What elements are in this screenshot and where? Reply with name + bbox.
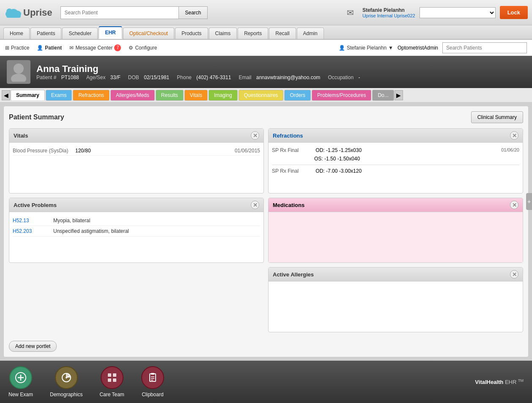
sub-nav-patient[interactable]: 👤 Patient — [37, 45, 62, 51]
patient-number: PT1088 — [61, 75, 79, 80]
add-portlet-container: Add new portlet — [9, 337, 523, 352]
tab-recall[interactable]: Recall — [269, 28, 296, 39]
ehr-tab-refractions[interactable]: Refractions — [73, 90, 110, 101]
sub-nav-practice[interactable]: ⊞ Practice — [5, 45, 29, 51]
medications-close-button[interactable]: ✕ — [510, 201, 518, 209]
sub-user-info: 👤 Stefanie Pielanhn ▼ — [339, 45, 393, 51]
patient-age-sex: 33/F — [110, 75, 121, 80]
user-name: Stefanie Pielanhn — [362, 7, 415, 13]
nav-tabs: Home Patients Scheduler EHR Optical/Chec… — [0, 25, 532, 40]
search-patients-input[interactable] — [442, 42, 527, 53]
active-allergies-close-button[interactable]: ✕ — [510, 270, 518, 279]
patient-occupation-label: Occupation — [328, 75, 354, 80]
care-team-icon-circle — [101, 366, 123, 389]
bottom-bar: New Exam Demographics Care Team — [0, 361, 532, 403]
ehr-tabs-prev[interactable]: ◀ — [2, 90, 10, 100]
ehr-tab-questionnaires[interactable]: Questionnaires — [239, 90, 284, 101]
active-problems-portlet-body: H52.13 Myopia, bilateral H52.203 Unspeci… — [9, 212, 263, 262]
ehr-tab-problems[interactable]: Problems/Procedures — [312, 90, 371, 101]
demographics-action[interactable]: Demographics — [50, 366, 82, 397]
user-dropdown[interactable] — [420, 7, 496, 18]
new-exam-action[interactable]: New Exam — [8, 366, 33, 397]
clipboard-icon-circle — [141, 366, 164, 389]
ehr-tab-exams[interactable]: Exams — [46, 90, 72, 101]
sub-user-name: Stefanie Pielanhn — [347, 45, 387, 51]
ehr-tab-imaging[interactable]: Imaging — [208, 90, 238, 101]
configure-label: Configure — [135, 45, 157, 51]
tab-patients[interactable]: Patients — [30, 28, 61, 39]
active-allergies-portlet: Active Allergies ✕ — [268, 267, 523, 332]
sub-nav-configure[interactable]: ⚙ Configure — [129, 45, 157, 51]
tab-admin[interactable]: Admin — [297, 28, 324, 39]
add-portlet-button[interactable]: Add new portlet — [9, 341, 57, 352]
tab-ehr[interactable]: EHR — [99, 26, 122, 39]
search-patient-input[interactable] — [60, 6, 179, 19]
vitals-close-button[interactable]: ✕ — [251, 131, 259, 140]
sub-header-right: 👤 Stefanie Pielanhn ▼ OptometristAdmin — [339, 42, 527, 53]
brand-name: Uprise — [23, 7, 52, 18]
svg-rect-17 — [113, 378, 116, 382]
svg-point-4 — [6, 8, 12, 14]
logo: Uprise — [4, 6, 52, 19]
refraction-od-2: OD: -7.00 -3.00x120 — [315, 168, 362, 174]
vitals-label: Blood Pressure (SysDia) — [13, 148, 72, 154]
problem-row-1: H52.13 Myopia, bilateral — [13, 215, 260, 226]
patient-summary-title: Patient Summary — [9, 113, 64, 121]
tab-products[interactable]: Products — [175, 28, 208, 39]
message-center-label: Message Center — [75, 45, 112, 51]
tab-scheduler[interactable]: Scheduler — [62, 28, 98, 39]
active-allergies-title: Active Allergies — [273, 271, 314, 278]
user-info: Stefanie Pielanhn Uprise Internal Uprise… — [362, 7, 415, 18]
ehr-tab-orders[interactable]: Orders — [284, 90, 311, 101]
chevron-icon: ▼ — [388, 45, 393, 51]
ehr-tab-results[interactable]: Results — [156, 90, 184, 101]
message-icon: ✉ — [69, 45, 74, 51]
clipboard-action[interactable]: Clipboard — [141, 366, 164, 397]
active-problems-close-button[interactable]: ✕ — [251, 201, 259, 209]
svg-rect-3 — [6, 14, 21, 18]
refraction-os-value-1: OS: -1.50 -1.50x040 — [314, 156, 360, 162]
tab-home[interactable]: Home — [3, 28, 30, 39]
svg-point-5 — [14, 63, 24, 74]
refractions-close-button[interactable]: ✕ — [510, 131, 518, 140]
ehr-tab-documents[interactable]: Do... — [372, 90, 394, 101]
care-team-action[interactable]: Care Team — [99, 366, 124, 397]
sub-header: ⊞ Practice 👤 Patient ✉ Message Center 7 … — [0, 40, 532, 56]
tab-reports[interactable]: Reports — [238, 28, 268, 39]
right-expand-button[interactable]: + — [526, 193, 532, 210]
tab-claims[interactable]: Claims — [209, 28, 237, 39]
practice-label: Practice — [11, 45, 29, 51]
care-team-icon — [106, 372, 118, 384]
vital-health-brand: VitalHealth EHR TM — [475, 378, 524, 385]
new-exam-label: New Exam — [8, 392, 33, 397]
problem-desc-1: Myopia, bilateral — [53, 218, 90, 224]
refraction-os-1: OS: -1.50 -1.50x040 — [314, 155, 519, 163]
patient-header: Anna Training Patient # PT1088 Age/Sex 3… — [0, 56, 532, 88]
lock-button[interactable]: Lock — [500, 6, 528, 19]
clinical-summary-button[interactable]: Clinical Summary — [471, 111, 523, 123]
search-button[interactable]: Search — [179, 6, 207, 19]
search-bar: Search — [60, 6, 343, 19]
ehr-tab-summary[interactable]: Summary — [11, 90, 45, 100]
problem-code-1: H52.13 — [13, 218, 47, 224]
vitals-row: Blood Pressure (SysDia) 120/80 01/06/201… — [13, 146, 260, 156]
practice-icon: ⊞ — [5, 45, 9, 51]
patient-summary-header: Patient Summary Clinical Summary — [9, 111, 523, 123]
ehr-tab-vitals[interactable]: Vitals — [184, 90, 208, 101]
patient-avatar — [7, 60, 30, 84]
mail-icon[interactable]: ✉ — [343, 7, 358, 19]
sub-nav-message-center[interactable]: ✉ Message Center 7 — [69, 44, 121, 51]
demographics-icon — [60, 372, 72, 384]
refraction-date-1: 01/06/20 — [501, 147, 519, 152]
medications-portlet: Medications ✕ — [268, 198, 523, 263]
patient-icon: 👤 — [37, 45, 43, 51]
ehr-tabs-next[interactable]: ▶ — [395, 90, 403, 100]
problem-code-2: H52.203 — [13, 228, 47, 234]
refraction-type-2: SP Rx Final — [272, 168, 314, 174]
vitals-value: 120/80 — [75, 148, 231, 154]
refractions-portlet-header: Refractions ✕ — [269, 129, 523, 143]
tab-optical[interactable]: Optical/Checkout — [123, 28, 174, 39]
patient-age-sex-label: Age/Sex — [86, 75, 105, 80]
ehr-tab-allergies[interactable]: Allergies/Meds — [110, 90, 155, 101]
svg-rect-14 — [108, 373, 111, 377]
